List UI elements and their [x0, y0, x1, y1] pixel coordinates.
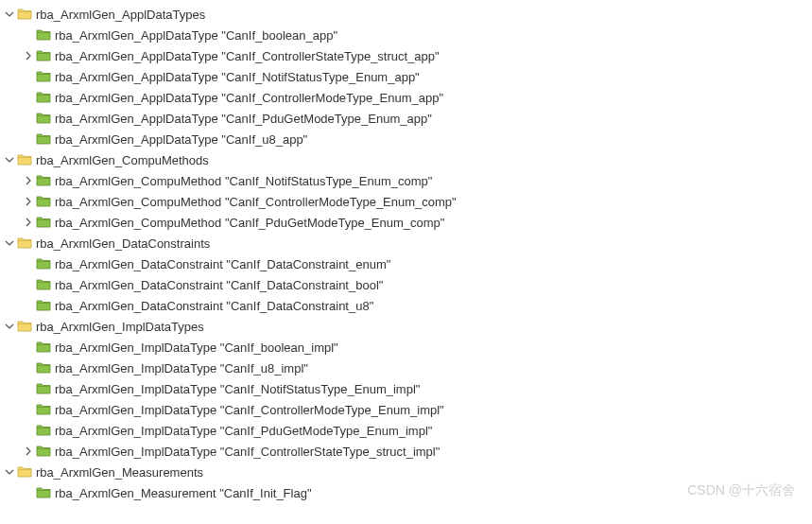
- toggle-spacer: [21, 90, 36, 105]
- tree-child-node[interactable]: rba_ArxmlGen_ImplDataType "CanIf_NotifSt…: [0, 378, 812, 399]
- chevron-right-icon[interactable]: [21, 194, 36, 209]
- folder-icon: [36, 361, 51, 375]
- tree-node-label: rba_ArxmlGen_ImplDataType "CanIf_Control…: [55, 403, 444, 417]
- toggle-spacer: [21, 277, 36, 292]
- tree-node-label: rba_ArxmlGen_ImplDataType "CanIf_u8_impl…: [55, 361, 308, 376]
- folder-icon: [36, 257, 51, 271]
- tree-child-node[interactable]: rba_ArxmlGen_CompuMethod "CanIf_NotifSta…: [0, 170, 812, 191]
- folder-icon: [36, 424, 51, 437]
- tree-child-node[interactable]: rba_ArxmlGen_ImplDataType "CanIf_Control…: [0, 441, 812, 462]
- chevron-down-icon[interactable]: [2, 464, 17, 480]
- tree-node-label: rba_ArxmlGen_CompuMethod "CanIf_PduGetMo…: [55, 216, 444, 230]
- tree-child-node[interactable]: rba_ArxmlGen_DataConstraint "CanIf_DataC…: [0, 274, 812, 295]
- toggle-spacer: [21, 485, 36, 500]
- tree-parent-node[interactable]: rba_ArxmlGen_DataConstraints: [0, 233, 812, 253]
- tree-child-node[interactable]: rba_ArxmlGen_ApplDataType "CanIf_Control…: [0, 87, 812, 108]
- chevron-right-icon[interactable]: [21, 444, 36, 459]
- toggle-spacer: [21, 298, 36, 313]
- folder-icon: [17, 8, 32, 21]
- folder-icon: [36, 486, 51, 499]
- folder-icon: [36, 91, 51, 104]
- tree-child-node[interactable]: rba_ArxmlGen_ImplDataType "CanIf_Control…: [0, 399, 812, 420]
- tree-node-label: rba_ArxmlGen_ImplDataType "CanIf_Control…: [55, 445, 440, 459]
- tree-node-label: rba_ArxmlGen_DataConstraint "CanIf_DataC…: [55, 257, 390, 271]
- tree-node-label: rba_ArxmlGen_ImplDataTypes: [36, 320, 204, 334]
- folder-icon: [17, 320, 32, 333]
- chevron-down-icon[interactable]: [2, 236, 17, 251]
- tree-node-label: rba_ArxmlGen_ImplDataType "CanIf_NotifSt…: [55, 382, 420, 396]
- tree-parent-node[interactable]: rba_ArxmlGen_CompuMethods: [0, 149, 812, 170]
- toggle-spacer: [21, 111, 36, 126]
- tree-node-label: rba_ArxmlGen_CompuMethod "CanIf_Controll…: [55, 195, 457, 209]
- tree-node-label: rba_ArxmlGen_ApplDataType "CanIf_NotifSt…: [55, 70, 420, 84]
- tree-child-node[interactable]: rba_ArxmlGen_DataConstraint "CanIf_DataC…: [0, 295, 812, 316]
- tree-child-node[interactable]: rba_ArxmlGen_CompuMethod "CanIf_PduGetMo…: [0, 212, 812, 233]
- tree-node-label: rba_ArxmlGen_CompuMethod "CanIf_NotifSta…: [55, 174, 432, 188]
- tree-child-node[interactable]: rba_ArxmlGen_CompuMethod "CanIf_Controll…: [0, 191, 812, 212]
- tree-parent-node[interactable]: rba_ArxmlGen_Measurements: [0, 462, 812, 482]
- folder-icon: [17, 465, 32, 479]
- tree-view: rba_ArxmlGen_ApplDataTypesrba_ArxmlGen_A…: [0, 4, 812, 503]
- toggle-spacer: [21, 360, 36, 376]
- tree-parent-node[interactable]: rba_ArxmlGen_ApplDataTypes: [0, 4, 812, 25]
- tree-node-label: rba_ArxmlGen_ImplDataType "CanIf_PduGetM…: [55, 424, 432, 438]
- toggle-spacer: [21, 131, 36, 147]
- tree-child-node[interactable]: rba_ArxmlGen_ApplDataType "CanIf_boolean…: [0, 25, 812, 45]
- folder-icon: [36, 132, 51, 146]
- tree-child-node[interactable]: rba_ArxmlGen_ApplDataType "CanIf_NotifSt…: [0, 66, 812, 87]
- folder-icon: [36, 195, 51, 208]
- folder-icon: [36, 112, 51, 125]
- folder-icon: [17, 153, 32, 166]
- tree-node-label: rba_ArxmlGen_ApplDataType "CanIf_u8_app": [55, 132, 307, 147]
- toggle-spacer: [21, 27, 36, 43]
- toggle-spacer: [21, 256, 36, 271]
- tree-node-label: rba_ArxmlGen_ApplDataTypes: [36, 8, 205, 22]
- tree-child-node[interactable]: rba_ArxmlGen_ApplDataType "CanIf_u8_app": [0, 129, 812, 149]
- tree-child-node[interactable]: rba_ArxmlGen_ApplDataType "CanIf_Control…: [0, 45, 812, 66]
- tree-child-node[interactable]: rba_ArxmlGen_ImplDataType "CanIf_u8_impl…: [0, 358, 812, 378]
- tree-parent-node[interactable]: rba_ArxmlGen_ImplDataTypes: [0, 316, 812, 337]
- folder-icon: [36, 382, 51, 395]
- folder-icon: [36, 403, 51, 416]
- tree-node-label: rba_ArxmlGen_ApplDataType "CanIf_boolean…: [55, 28, 337, 43]
- folder-icon: [36, 299, 51, 312]
- chevron-right-icon[interactable]: [21, 48, 36, 63]
- tree-child-node[interactable]: rba_ArxmlGen_DataConstraint "CanIf_DataC…: [0, 253, 812, 274]
- watermark: CSDN @十六宿舍: [687, 482, 795, 499]
- tree-child-node[interactable]: rba_ArxmlGen_ImplDataType "CanIf_PduGetM…: [0, 420, 812, 441]
- folder-icon: [36, 341, 51, 354]
- chevron-down-icon[interactable]: [2, 7, 17, 22]
- tree-node-label: rba_ArxmlGen_Measurement "CanIf_Init_Fla…: [55, 486, 312, 500]
- tree-node-label: rba_ArxmlGen_ApplDataType "CanIf_Control…: [55, 91, 443, 105]
- toggle-spacer: [21, 381, 36, 396]
- tree-node-label: rba_ArxmlGen_ApplDataType "CanIf_Control…: [55, 49, 440, 63]
- tree-node-label: rba_ArxmlGen_CompuMethods: [36, 153, 209, 167]
- toggle-spacer: [21, 402, 36, 417]
- toggle-spacer: [21, 69, 36, 84]
- folder-icon: [36, 174, 51, 187]
- tree-node-label: rba_ArxmlGen_DataConstraints: [36, 236, 210, 251]
- toggle-spacer: [21, 423, 36, 438]
- folder-icon: [17, 236, 32, 250]
- folder-icon: [36, 49, 51, 62]
- chevron-down-icon[interactable]: [2, 152, 17, 167]
- tree-node-label: rba_ArxmlGen_DataConstraint "CanIf_DataC…: [55, 299, 373, 313]
- chevron-down-icon[interactable]: [2, 319, 17, 334]
- tree-child-node[interactable]: rba_ArxmlGen_ImplDataType "CanIf_boolean…: [0, 337, 812, 358]
- folder-icon: [36, 278, 51, 291]
- folder-icon: [36, 28, 51, 42]
- tree-node-label: rba_ArxmlGen_Measurements: [36, 465, 203, 480]
- folder-icon: [36, 216, 51, 229]
- toggle-spacer: [21, 340, 36, 355]
- tree-node-label: rba_ArxmlGen_ImplDataType "CanIf_boolean…: [55, 341, 338, 355]
- folder-icon: [36, 445, 51, 458]
- tree-child-node[interactable]: rba_ArxmlGen_ApplDataType "CanIf_PduGetM…: [0, 108, 812, 129]
- chevron-right-icon[interactable]: [21, 173, 36, 188]
- folder-icon: [36, 70, 51, 83]
- tree-node-label: rba_ArxmlGen_DataConstraint "CanIf_DataC…: [55, 278, 383, 292]
- chevron-right-icon[interactable]: [21, 215, 36, 230]
- tree-node-label: rba_ArxmlGen_ApplDataType "CanIf_PduGetM…: [55, 112, 432, 126]
